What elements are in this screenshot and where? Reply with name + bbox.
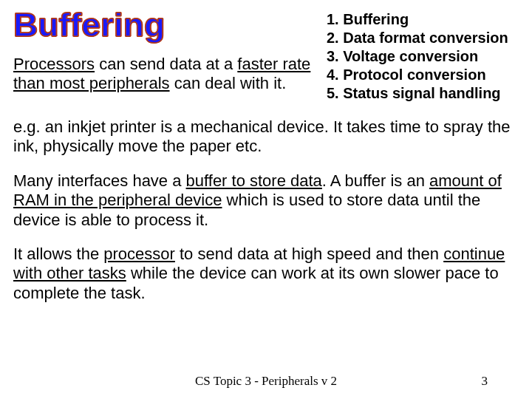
intro-text-2: can deal with it. — [170, 74, 287, 92]
paragraph-buffer: Many interfaces have a buffer to store d… — [13, 171, 519, 230]
p3-c: to send data at high speed and then — [175, 245, 443, 263]
slide-footer: CS Topic 3 - Peripherals v 2 3 — [0, 374, 532, 389]
page-number: 3 — [482, 374, 488, 389]
paragraph-example: e.g. an inkjet printer is a mechanical d… — [13, 117, 519, 157]
title-wrap: Buffering — [13, 9, 312, 41]
list-item: 3. Voltage conversion — [327, 47, 519, 66]
list-item: 2. Data format conversion — [327, 29, 519, 47]
slide-title: Buffering — [13, 9, 165, 41]
body-content: e.g. an inkjet printer is a mechanical d… — [13, 117, 519, 303]
intro-text-1: can send data at a — [95, 55, 237, 73]
p2-c: . A buffer is an — [322, 171, 429, 190]
paragraph-processor: It allows the processor to send data at … — [13, 245, 519, 303]
slide: Buffering Processors can send data at a … — [0, 0, 532, 399]
list-item: 4. Protocol conversion — [327, 66, 519, 84]
intro-underline-processors: Processors — [13, 55, 95, 73]
p2-underline-buffer: buffer to store data — [186, 171, 322, 190]
left-column: Buffering Processors can send data at a … — [13, 9, 312, 94]
p3-underline-processor: processor — [103, 245, 175, 263]
list-item: 1. Buffering — [327, 10, 519, 29]
p3-a: It allows the — [13, 245, 103, 263]
topic-list: 1. Buffering 2. Data format conversion 3… — [327, 9, 519, 103]
intro-paragraph: Processors can send data at a faster rat… — [13, 55, 312, 94]
top-row: Buffering Processors can send data at a … — [13, 9, 519, 103]
footer-text: CS Topic 3 - Peripherals v 2 — [195, 374, 337, 389]
list-item: 5. Status signal handling — [327, 84, 519, 103]
p2-a: Many interfaces have a — [13, 171, 186, 190]
